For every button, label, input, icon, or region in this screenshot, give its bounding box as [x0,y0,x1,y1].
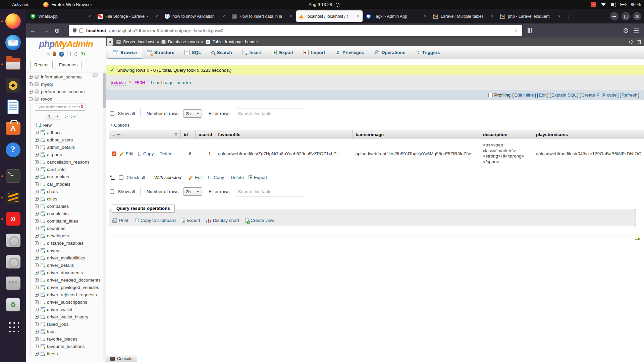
sidebar-table-item[interactable]: + driver_documents [26,269,106,276]
table-filter-input[interactable] [35,104,86,111]
table-search-input[interactable] [235,109,304,118]
sidebar-database-item-selected[interactable]: − rovon [26,95,106,103]
query-op-link[interactable]: Print [119,218,128,223]
expand-icon[interactable]: + [35,330,39,334]
table-search-input[interactable] [235,187,304,196]
library-icon[interactable] [528,28,533,33]
expand-icon[interactable]: + [35,308,39,311]
expand-icon[interactable]: + [35,212,39,216]
pma-tab[interactable]: Triggers [410,46,445,59]
sidebar-table-item[interactable]: + driver_wallet [26,306,106,313]
expand-icon[interactable]: + [35,300,39,304]
profiling-link[interactable]: Create PHP code [582,93,617,98]
sort-header[interactable]: ←┬→▽ [109,130,181,139]
browser-tab[interactable]: File Storage - Laravel - × [95,10,161,22]
profiling-link[interactable]: Refresh [622,93,637,98]
expand-icon[interactable]: + [35,145,39,149]
pma-tab[interactable]: Structure [142,46,179,59]
selected-action-link[interactable]: Delete [231,175,244,180]
pma-tab[interactable]: SQL [179,46,206,59]
sidebar-table-item[interactable]: + countries [26,225,106,232]
expand-icon[interactable]: + [35,131,39,134]
expand-icon[interactable]: + [35,256,39,260]
scrollbar-thumb[interactable] [103,73,106,108]
sidebar-table-item[interactable]: + favourite_locations [26,343,106,350]
sidebar-table-item[interactable]: + complaint_titles [26,217,106,225]
row-checkbox[interactable] [112,152,116,156]
pma-tab[interactable]: Browse [108,46,142,59]
expand-icon[interactable]: + [35,168,39,171]
show-all-checkbox[interactable] [110,111,114,116]
expand-icon[interactable]: + [35,175,39,179]
browser-tab[interactable]: Laravel: Multiple tables × [430,10,497,22]
activities-button[interactable]: Activities [9,1,32,8]
sidebar-table-item[interactable]: + adhocs [26,129,106,136]
profiling-link[interactable]: Edit inline [514,93,534,98]
documentation-icon[interactable] [67,52,71,56]
tab-close-icon[interactable]: × [490,14,494,19]
column-visibility-caret[interactable]: ▽ [175,132,177,137]
sidebar-table-item[interactable]: + chats [26,188,106,195]
tracking-shield-icon[interactable] [73,28,76,33]
breadcrumb-database[interactable]: Database: rovon [168,40,199,44]
check-all-checkbox[interactable] [119,175,123,180]
profiling-checkbox[interactable] [488,93,493,97]
console-bar[interactable]: Console [106,355,137,362]
query-op-link[interactable]: Copy to clipboard [141,218,176,223]
reload-button[interactable] [55,28,59,33]
query-op-link[interactable]: Display chart [213,218,239,223]
browser-tab[interactable]: How to insert data in la × [229,10,296,22]
recent-button[interactable]: Recent [30,61,53,69]
bookmark-star-icon[interactable]: ☆ [514,27,518,34]
page-settings-gear-icon[interactable] [629,40,633,44]
help-icon[interactable]: ? [59,52,64,57]
sidebar-table-item[interactable]: + driver_availabilities [26,254,106,261]
last-page-link[interactable]: >> [71,114,76,119]
expand-icon[interactable]: + [29,90,33,94]
sidebar-table-item[interactable]: + cancellation_reasons [26,158,106,166]
sidebar-table-item[interactable]: + adhoc_users [26,136,106,143]
expand-window-icon[interactable] [637,40,641,44]
sidebar-table-item[interactable]: + driver_wallet_history [26,313,106,320]
expand-icon[interactable]: + [35,219,39,223]
pma-tab[interactable]: Search [206,46,237,59]
sidebar-table-item[interactable]: + developers [26,232,106,239]
check-all-link[interactable]: Check all [126,175,145,180]
sidebar-table-item[interactable]: + favorite_places [26,335,106,343]
system-tray[interactable]: » 86 % [591,0,641,9]
clock-menu[interactable]: Aug 9 13:28 [309,0,339,9]
site-info-icon[interactable] [79,28,83,33]
sidebar-table-item[interactable]: + driver_details [26,261,106,269]
expand-icon[interactable]: + [35,271,39,275]
pma-tab[interactable]: Export [267,46,299,59]
tab-close-icon[interactable]: × [155,14,159,19]
sidebar-table-item[interactable]: + drivers [26,247,106,254]
breadcrumb-table[interactable]: Table: frontpage_header [213,40,258,44]
sidebar-table-item[interactable]: + fleets [26,350,106,357]
profiling-link[interactable]: Explain SQL [551,93,577,98]
anydesk-tray-icon[interactable]: » [591,2,596,7]
minimize-button[interactable] [610,12,619,20]
bookmark-query-icon[interactable] [635,235,639,240]
maximize-button[interactable] [622,12,630,20]
tab-close-icon[interactable]: × [356,14,360,19]
show-all-checkbox[interactable] [110,189,114,194]
expand-icon[interactable]: + [35,337,39,341]
expand-icon[interactable]: + [35,160,39,164]
column-header-faviconfile[interactable]: faviconfile [215,130,353,139]
expand-icon[interactable]: + [29,82,33,86]
collapse-sidebar-button[interactable]: ◄ [107,38,113,46]
expand-icon[interactable]: + [35,227,39,230]
row-action-link[interactable]: Copy [143,151,154,156]
expand-icon[interactable]: + [35,345,39,348]
selected-action-link[interactable]: Edit [195,175,203,180]
sidebar-table-item[interactable]: + airports [26,151,106,158]
sidebar-table-item[interactable]: + cities [26,195,106,202]
profiling-link[interactable]: Edit [539,93,546,98]
column-header-bannerimage[interactable]: bannerimage [353,130,480,139]
rows-select[interactable]: 25 [183,109,202,118]
selected-action-link[interactable]: Copy [213,175,224,180]
filter-clear-icon[interactable]: X [81,105,83,109]
url-bar[interactable]: localhost /pma/sql.php?db=rovon&table=fr… [69,25,522,36]
forward-button[interactable]: → [40,27,53,34]
